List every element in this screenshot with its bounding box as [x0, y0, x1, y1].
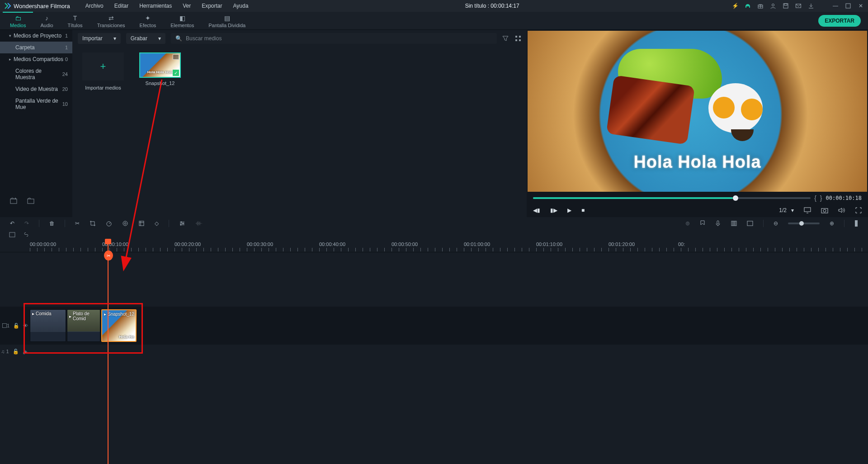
preview-viewport[interactable]: Hola Hola Hola — [528, 31, 867, 192]
scrubber[interactable] — [533, 197, 811, 199]
sidebar-item-carpeta[interactable]: Carpeta1 — [0, 42, 72, 53]
sidebar-label: Carpeta — [15, 44, 35, 51]
play-button[interactable]: ▶ — [567, 207, 571, 213]
lock-icon[interactable]: 🔓 — [13, 349, 19, 355]
fullscreen-icon[interactable] — [855, 207, 862, 213]
export-button[interactable]: EXPORTAR — [818, 15, 861, 27]
main-area: ▾Medios de Proyecto1 Carpeta1 ▸Medios Co… — [0, 30, 868, 217]
audio-mixer-icon[interactable] — [731, 220, 737, 227]
step-back-button[interactable]: ◀▮ — [533, 207, 540, 213]
keyframe-icon[interactable]: ◇ — [155, 220, 159, 227]
minimize-icon[interactable]: — — [832, 2, 839, 9]
headphones-icon[interactable] — [744, 2, 751, 9]
color-icon[interactable] — [122, 220, 128, 227]
menu-editar[interactable]: Editar — [110, 1, 133, 11]
green-screen-icon[interactable] — [138, 220, 145, 227]
voiceover-icon[interactable] — [715, 220, 721, 227]
stop-button[interactable]: ■ — [581, 207, 585, 213]
sidebar-count: 20 — [62, 86, 68, 92]
tab-efectos-label: Efectos — [140, 23, 156, 28]
save-icon[interactable] — [782, 2, 789, 9]
mixer-icon[interactable]: ⊚ — [685, 220, 690, 227]
audio-track-body[interactable] — [30, 345, 868, 358]
tab-transiciones[interactable]: ⇄Transiciones — [90, 12, 132, 30]
search-icon: 🔍 — [175, 35, 182, 42]
maximize-icon[interactable] — [844, 2, 852, 9]
lock-icon[interactable]: 🔓 — [13, 323, 19, 329]
zoom-slider-handle[interactable] — [799, 221, 804, 226]
tab-pantalla-dividida[interactable]: ▤Pantalla Dividida — [201, 12, 253, 30]
track-info-icon[interactable]: 🞎1 — [2, 323, 9, 328]
playhead-cut-icon[interactable]: ✂ — [104, 251, 113, 260]
video-track-body[interactable]: ▸Comida ▸Plato de Comid ▸Snapshot_12 Hol… — [30, 307, 868, 345]
timeline-ruler[interactable]: 00:00:00:00 00:00:10:00 00:00:20:00 00:0… — [0, 240, 868, 252]
record-dropdown[interactable]: Grabar▾ — [126, 33, 165, 44]
zoom-fit-icon[interactable] — [854, 220, 858, 227]
timeline: 00:00:00:00 00:00:10:00 00:00:20:00 00:0… — [0, 230, 868, 464]
sidebar-count: 0 — [65, 57, 68, 62]
preview-timecode: 00:00:10:18 — [826, 195, 862, 201]
crop-icon[interactable] — [90, 220, 96, 227]
tab-elementos[interactable]: ◧Elementos — [163, 12, 201, 30]
scrubber-handle[interactable] — [733, 195, 738, 201]
grid-view-icon[interactable] — [515, 35, 521, 42]
snapshot-icon[interactable] — [821, 207, 828, 213]
folder-icon: 🗀 — [15, 14, 21, 22]
transitions-icon: ⇄ — [108, 14, 114, 22]
filter-icon[interactable] — [502, 35, 509, 42]
download-icon[interactable] — [807, 2, 815, 9]
sidebar-item-project-media[interactable]: ▾Medios de Proyecto1 — [0, 30, 72, 42]
volume-icon[interactable] — [838, 207, 845, 213]
menu-herramientas[interactable]: Herramientas — [135, 1, 176, 11]
cut-icon[interactable]: ✂ — [75, 220, 80, 227]
svg-rect-7 — [28, 199, 34, 204]
search-input[interactable]: 🔍Buscar medios — [171, 33, 497, 44]
sidebar-item-green-screen[interactable]: Pantalla Verde de Mue10 — [0, 95, 72, 113]
undo-icon[interactable]: ↶ — [10, 220, 14, 227]
bracket-right-icon[interactable]: } — [820, 194, 822, 202]
delete-icon[interactable]: 🗑 — [49, 220, 55, 227]
record-dropdown-label: Grabar — [131, 35, 147, 42]
marker-icon[interactable] — [700, 220, 705, 227]
tab-audio[interactable]: ♪Audio — [33, 12, 60, 30]
redo-icon[interactable]: ↷ — [24, 220, 29, 227]
tab-titulos[interactable]: TTítulos — [61, 12, 90, 30]
image-badge-icon — [173, 54, 179, 60]
zoom-out-icon[interactable]: ⊖ — [774, 220, 778, 227]
bracket-left-icon[interactable]: { — [814, 194, 816, 202]
quality-dropdown[interactable]: 1/2▾ — [779, 207, 794, 213]
step-fwd-button[interactable]: ▮▶ — [550, 207, 557, 213]
link-icon[interactable] — [23, 232, 30, 237]
svg-rect-18 — [139, 221, 144, 226]
menu-exportar[interactable]: Exportar — [197, 1, 226, 11]
sidebar-item-sample-colors[interactable]: Colores de Muestra24 — [0, 65, 72, 83]
tab-medios-label: Medios — [10, 23, 26, 28]
account-icon[interactable] — [769, 2, 777, 9]
timeline-settings-icon[interactable] — [9, 232, 15, 237]
message-icon[interactable] — [795, 2, 802, 9]
zoom-slider[interactable] — [788, 223, 820, 224]
tab-medios[interactable]: 🗀Medios — [3, 12, 33, 30]
media-snapshot-12[interactable]: Hola Hola Hola ✓ Snapshot_12 — [137, 52, 183, 86]
import-dropdown[interactable]: Importar▾ — [78, 33, 121, 44]
tab-efectos[interactable]: ✦Efectos — [132, 12, 164, 30]
sidebar-item-shared-media[interactable]: ▸Medios Compartidos0 — [0, 53, 72, 65]
boost-icon[interactable]: ⚡ — [731, 2, 739, 9]
zoom-in-icon[interactable]: ⊕ — [830, 220, 834, 227]
import-media-card[interactable]: + Importar medios — [80, 52, 126, 90]
display-icon[interactable] — [804, 207, 811, 213]
gift-icon[interactable] — [757, 2, 764, 9]
sidebar-item-sample-video[interactable]: Video de Muestra20 — [0, 83, 72, 95]
render-icon[interactable] — [747, 221, 753, 226]
new-bin-icon[interactable] — [10, 198, 17, 204]
folder-icon[interactable] — [27, 198, 34, 204]
audio-wave-icon[interactable] — [195, 220, 203, 227]
svg-rect-3 — [784, 4, 787, 5]
menu-ayuda[interactable]: Ayuda — [229, 1, 253, 11]
menu-archivo[interactable]: Archivo — [81, 1, 108, 11]
speed-icon[interactable] — [106, 220, 112, 227]
app-name: Wondershare Filmora — [14, 3, 70, 9]
menu-ver[interactable]: Ver — [178, 1, 195, 11]
close-icon[interactable]: ✕ — [857, 2, 864, 9]
adjust-icon[interactable] — [179, 220, 185, 227]
